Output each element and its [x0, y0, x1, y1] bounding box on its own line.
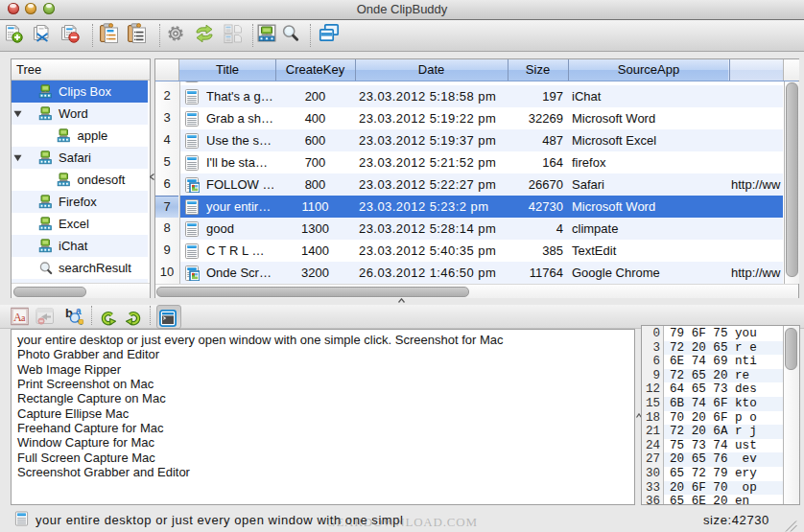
svg-text:a: a [21, 312, 26, 323]
